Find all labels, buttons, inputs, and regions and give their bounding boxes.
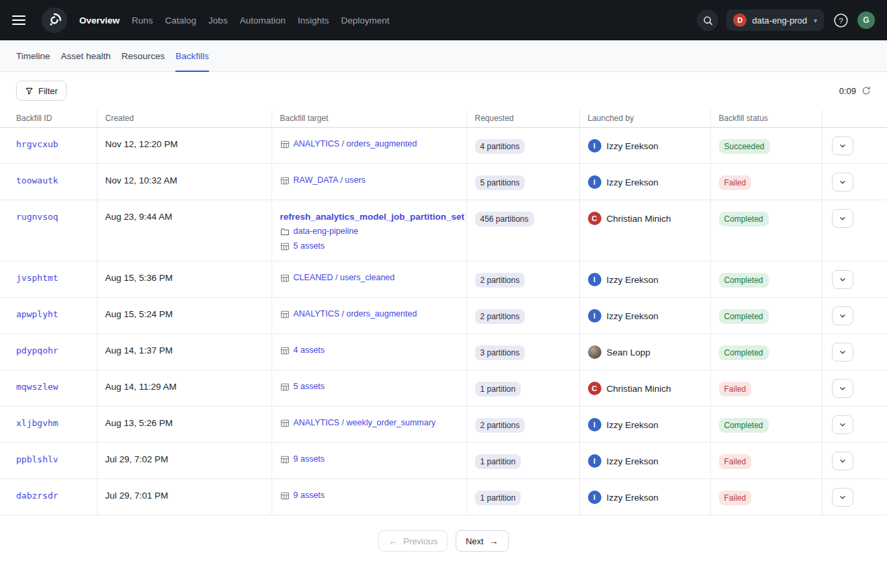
asset-link[interactable]: 5 assets [294, 382, 325, 392]
row-actions-dropdown-button[interactable] [832, 343, 853, 362]
search-icon[interactable] [697, 9, 718, 31]
cell-backfill-id: dabzrsdr [0, 479, 97, 515]
next-page-button[interactable]: Next → [456, 530, 509, 552]
cell-backfill-status: Succeeded [710, 128, 822, 164]
backfill-id-link[interactable]: dabzrsdr [16, 491, 58, 501]
row-actions-dropdown-button[interactable] [832, 488, 853, 507]
column-header-launched-by: Launched by [579, 110, 710, 128]
launched-by-avatar: C [588, 382, 601, 395]
nav-item-catalog[interactable]: Catalog [165, 15, 197, 26]
cell-launched-by: IIzzy Erekson [579, 261, 710, 298]
cell-backfill-id: hrgvcxub [0, 128, 97, 164]
asset-link[interactable]: 9 assets [294, 454, 325, 464]
backfill-row: dabzrsdrJul 29, 7:01 PM9 assets1 partiti… [0, 479, 887, 515]
help-icon[interactable]: ? [832, 11, 849, 29]
asset-link[interactable]: ANALYTICS / orders_augmented [294, 139, 417, 149]
backfill-id-link[interactable]: mqwszlew [16, 382, 58, 392]
partitions-badge[interactable]: 1 partition [475, 454, 521, 469]
tab-asset-health[interactable]: Asset health [61, 40, 111, 71]
backfill-id-link[interactable]: jvsphtmt [16, 273, 58, 283]
nav-item-insights[interactable]: Insights [298, 15, 329, 26]
nav-item-deployment[interactable]: Deployment [341, 15, 389, 26]
tab-timeline[interactable]: Timeline [16, 40, 50, 71]
previous-page-button[interactable]: ← Previous [378, 530, 448, 552]
backfill-id-link[interactable]: ppblshlv [16, 454, 58, 464]
launched-by-avatar [588, 345, 601, 359]
asset-target-line: 5 assets [280, 241, 458, 251]
filter-button[interactable]: Filter [16, 81, 67, 101]
asset-link[interactable]: RAW_DATA / users [294, 175, 366, 185]
hamburger-menu-icon[interactable] [12, 9, 34, 31]
cell-backfill-target: CLEANED / users_cleaned [271, 261, 466, 298]
asset-link[interactable]: 5 assets [294, 241, 325, 251]
backfill-row: hrgvcxubNov 12, 12:20 PMANALYTICS / orde… [0, 128, 887, 164]
nav-item-jobs[interactable]: Jobs [208, 15, 228, 26]
nav-item-runs[interactable]: Runs [132, 15, 153, 26]
backfill-id-link[interactable]: xljbgvhm [16, 418, 58, 428]
asset-link[interactable]: data-eng-pipeline [294, 226, 359, 237]
deployment-switcher[interactable]: D data-eng-prod ▾ [726, 9, 824, 31]
partitions-badge[interactable]: 5 partitions [475, 175, 525, 190]
partitions-badge[interactable]: 2 partitions [475, 309, 525, 324]
launched-by-name: Izzy Erekson [607, 177, 659, 187]
launched-by-avatar: I [588, 175, 601, 189]
pagination: ← Previous Next → [0, 515, 887, 566]
cell-requested: 2 partitions [466, 298, 579, 334]
partitions-badge[interactable]: 1 partition [475, 382, 521, 396]
partitions-badge[interactable]: 2 partitions [475, 273, 525, 288]
view-tabs: TimelineAsset healthResourcesBackfills [0, 40, 887, 72]
asset-link[interactable]: CLEANED / users_cleaned [294, 273, 395, 283]
filter-icon [25, 87, 34, 95]
nav-item-overview[interactable]: Overview [79, 15, 120, 26]
cell-backfill-id: xljbgvhm [0, 407, 97, 443]
partitions-badge[interactable]: 1 partition [475, 491, 521, 505]
row-actions-dropdown-button[interactable] [832, 306, 853, 325]
partitions-badge[interactable]: 4 partitions [475, 139, 525, 154]
asset-link[interactable]: 4 assets [294, 345, 325, 355]
cell-launched-by: IIzzy Erekson [579, 164, 710, 200]
launched-by-avatar: I [588, 491, 601, 504]
backfill-row: toowautkNov 12, 10:32 AMRAW_DATA / users… [0, 164, 887, 200]
asset-link[interactable]: 9 assets [294, 491, 325, 501]
partitions-badge[interactable]: 3 partitions [475, 345, 525, 360]
table-icon [280, 382, 290, 392]
row-actions-dropdown-button[interactable] [832, 415, 853, 434]
next-label: Next [466, 536, 484, 546]
arrow-left-icon: ← [388, 536, 398, 546]
cell-backfill-target: 4 assets [271, 334, 466, 370]
tab-backfills[interactable]: Backfills [175, 40, 209, 71]
row-actions-dropdown-button[interactable] [832, 379, 853, 398]
backfill-id-link[interactable]: toowautk [16, 175, 58, 185]
row-actions-dropdown-button[interactable] [832, 209, 853, 228]
job-link[interactable]: refresh_analytics_model_job_partition_se… [280, 212, 465, 222]
launched-by-name: Izzy Erekson [607, 141, 659, 151]
cell-launched-by: IIzzy Erekson [579, 407, 710, 443]
table-icon [280, 274, 290, 283]
table-icon [280, 310, 290, 319]
column-header-created: Created [97, 110, 271, 128]
row-actions-dropdown-button[interactable] [832, 270, 853, 289]
backfill-id-link[interactable]: pdypqohr [16, 345, 58, 355]
refresh-icon[interactable] [861, 86, 871, 95]
cell-requested: 1 partition [466, 443, 579, 479]
asset-target-line: ANALYTICS / weekly_order_summary [280, 418, 458, 428]
asset-target-line: 4 assets [280, 345, 458, 355]
table-icon [280, 176, 290, 185]
nav-item-automation[interactable]: Automation [240, 15, 286, 26]
chevron-down-icon: ▾ [814, 17, 817, 24]
asset-link[interactable]: ANALYTICS / weekly_order_summary [294, 418, 436, 428]
backfill-id-link[interactable]: hrgvcxub [16, 139, 58, 149]
backfill-id-link[interactable]: apwplyht [16, 309, 58, 319]
asset-link[interactable]: ANALYTICS / orders_augmented [294, 309, 417, 319]
topnav-right: D data-eng-prod ▾ ? G [697, 9, 875, 31]
launched-by-avatar: I [588, 309, 601, 323]
partitions-badge[interactable]: 456 partitions [475, 212, 534, 226]
user-avatar-button[interactable]: G [857, 11, 875, 29]
row-actions-dropdown-button[interactable] [832, 173, 853, 192]
partitions-badge[interactable]: 2 partitions [475, 418, 525, 433]
tab-resources[interactable]: Resources [122, 40, 165, 71]
dagster-logo-icon[interactable] [42, 7, 67, 33]
row-actions-dropdown-button[interactable] [832, 136, 853, 155]
row-actions-dropdown-button[interactable] [832, 452, 853, 470]
backfill-id-link[interactable]: rugnvsoq [16, 212, 58, 222]
